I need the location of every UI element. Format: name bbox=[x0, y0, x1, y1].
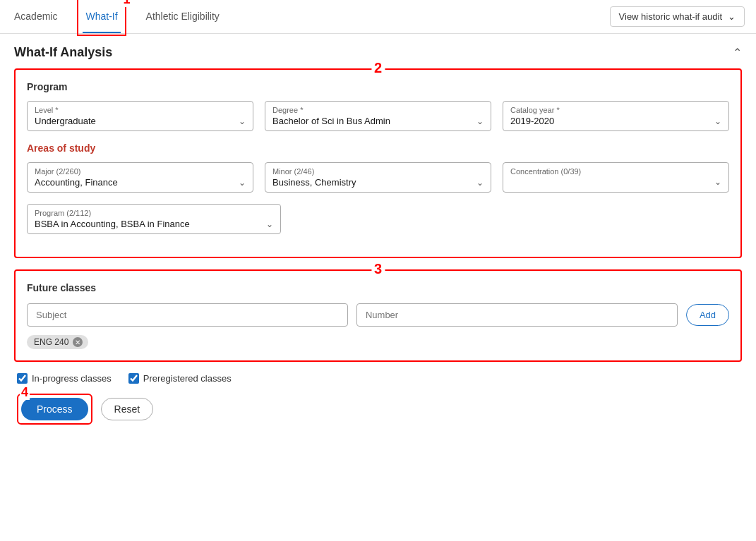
chevron-down-icon: ⌄ bbox=[266, 219, 273, 229]
chevron-down-icon: ⌄ bbox=[239, 116, 246, 126]
chevron-down-icon: ⌄ bbox=[714, 116, 721, 126]
top-navigation: Academic What-If 1 Athletic Eligibility … bbox=[0, 0, 756, 34]
in-progress-label: In-progress classes bbox=[32, 373, 112, 384]
level-dropdown[interactable]: Level * Undergraduate ⌄ bbox=[27, 101, 253, 131]
bottom-buttons: 4 Process Reset bbox=[14, 394, 742, 425]
tab-whatif[interactable]: What-If bbox=[83, 1, 120, 33]
program-section: 2 Program Level * Undergraduate ⌄ Degree… bbox=[14, 68, 742, 258]
step-4-label: 4 bbox=[20, 385, 30, 400]
tag-row: ENG 240 ✕ bbox=[27, 335, 729, 349]
step-3-label: 3 bbox=[371, 261, 385, 277]
level-value: Undergraduate ⌄ bbox=[35, 116, 246, 126]
chevron-down-icon: ⌄ bbox=[476, 116, 484, 126]
preregistered-checkbox[interactable] bbox=[128, 373, 139, 384]
number-input[interactable] bbox=[356, 303, 678, 327]
level-label: Level * bbox=[35, 106, 246, 114]
preregistered-checkbox-label: Preregistered classes bbox=[128, 373, 232, 384]
main-content: What-If Analysis ⌃ 2 Program Level * Und… bbox=[0, 34, 756, 436]
preregistered-label: Preregistered classes bbox=[143, 373, 232, 384]
program-value: BSBA in Accounting, BSBA in Finance ⌄ bbox=[35, 219, 273, 229]
reset-button[interactable]: Reset bbox=[101, 398, 154, 420]
program-dropdowns-row: Level * Undergraduate ⌄ Degree * Bachelo… bbox=[27, 101, 729, 131]
minor-dropdown[interactable]: Minor (2/46) Business, Chemistry ⌄ bbox=[265, 162, 491, 193]
chevron-down-icon: ⌄ bbox=[714, 177, 721, 187]
concentration-dropdown[interactable]: Concentration (0/39) ⌄ bbox=[503, 162, 729, 193]
chevron-down-icon: ⌄ bbox=[476, 178, 484, 188]
catalog-label: Catalog year * bbox=[510, 106, 721, 114]
major-dropdown[interactable]: Major (2/260) Accounting, Finance ⌄ bbox=[27, 162, 253, 193]
step-1-label: 1 bbox=[122, 0, 132, 7]
step-2-label: 2 bbox=[371, 60, 385, 76]
catalog-value: 2019-2020 ⌄ bbox=[510, 116, 721, 126]
areas-of-study-title: Areas of study bbox=[27, 142, 729, 154]
degree-value: Bachelor of Sci in Bus Admin ⌄ bbox=[272, 116, 484, 126]
program-title: Program bbox=[27, 81, 729, 92]
areas-dropdowns-row-2: Program (2/112) BSBA in Accounting, BSBA… bbox=[27, 204, 729, 234]
future-inputs-row: Add bbox=[27, 303, 729, 327]
minor-label: Minor (2/46) bbox=[272, 167, 484, 176]
concentration-label: Concentration (0/39) bbox=[510, 167, 721, 176]
whatif-section-header: What-If Analysis ⌃ bbox=[14, 45, 742, 60]
checkboxes-row: In-progress classes Preregistered classe… bbox=[14, 373, 742, 384]
collapse-icon[interactable]: ⌃ bbox=[733, 46, 742, 59]
tab-academic[interactable]: Academic bbox=[11, 1, 60, 33]
page-title: What-If Analysis bbox=[14, 45, 112, 60]
historic-whatif-dropdown[interactable]: View historic what-if audit ⌄ bbox=[610, 6, 745, 27]
tab-athletic[interactable]: Athletic Eligibility bbox=[143, 1, 222, 33]
remove-tag-button[interactable]: ✕ bbox=[73, 337, 83, 347]
concentration-value: ⌄ bbox=[510, 177, 721, 187]
process-button[interactable]: Process bbox=[21, 398, 88, 420]
chevron-down-icon: ⌄ bbox=[239, 178, 246, 188]
major-label: Major (2/260) bbox=[35, 167, 246, 176]
minor-value: Business, Chemistry ⌄ bbox=[272, 177, 484, 188]
chevron-down-icon: ⌄ bbox=[728, 11, 736, 22]
subject-input[interactable] bbox=[27, 303, 348, 327]
future-classes-section: 3 Future classes Add ENG 240 ✕ bbox=[14, 269, 742, 362]
areas-dropdowns-row-1: Major (2/260) Accounting, Finance ⌄ Mino… bbox=[27, 162, 729, 193]
degree-dropdown[interactable]: Degree * Bachelor of Sci in Bus Admin ⌄ bbox=[265, 101, 491, 131]
nav-tabs: Academic What-If 1 Athletic Eligibility bbox=[11, 0, 222, 36]
add-button[interactable]: Add bbox=[686, 304, 729, 326]
future-classes-title: Future classes bbox=[27, 282, 729, 293]
major-value: Accounting, Finance ⌄ bbox=[35, 177, 246, 188]
program-label: Program (2/112) bbox=[35, 209, 273, 217]
in-progress-checkbox-label: In-progress classes bbox=[17, 373, 112, 384]
process-btn-wrapper: 4 Process bbox=[17, 394, 92, 425]
course-tag-eng240: ENG 240 ✕ bbox=[27, 335, 88, 349]
program-dropdown[interactable]: Program (2/112) BSBA in Accounting, BSBA… bbox=[27, 204, 281, 234]
whatif-tab-wrapper: What-If 1 bbox=[77, 0, 126, 36]
degree-label: Degree * bbox=[272, 106, 484, 114]
catalog-year-dropdown[interactable]: Catalog year * 2019-2020 ⌄ bbox=[503, 101, 729, 131]
in-progress-checkbox[interactable] bbox=[17, 373, 28, 384]
